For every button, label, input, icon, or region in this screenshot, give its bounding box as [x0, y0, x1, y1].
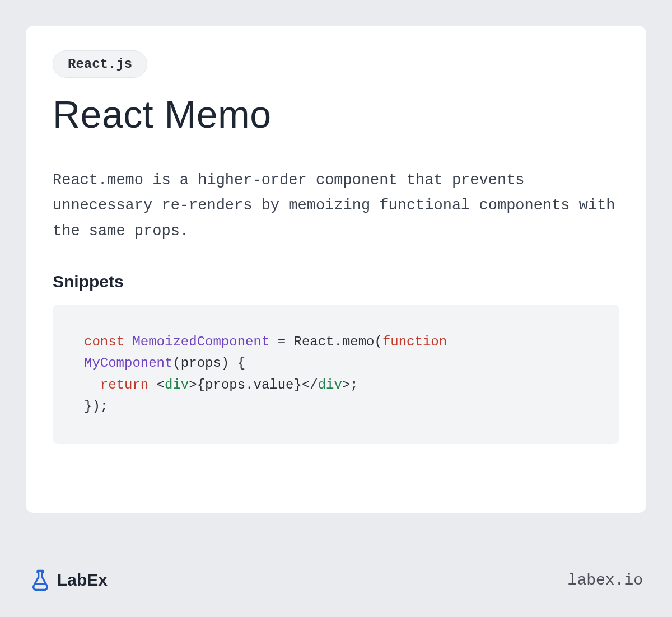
brand-name: LabEx [57, 571, 108, 590]
brand: LabEx [29, 569, 108, 591]
snippets-heading: Snippets [53, 272, 619, 291]
code-snippet: const MemoizedComponent = React.memo(fun… [53, 305, 619, 445]
flask-icon [29, 569, 52, 591]
description-text: React.memo is a higher-order component t… [53, 168, 619, 244]
page-title: React Memo [53, 94, 619, 135]
site-url: labex.io [568, 572, 643, 589]
footer: LabEx labex.io [26, 569, 646, 591]
topic-tag: React.js [53, 50, 147, 78]
content-card: React.js React Memo React.memo is a high… [26, 26, 646, 513]
